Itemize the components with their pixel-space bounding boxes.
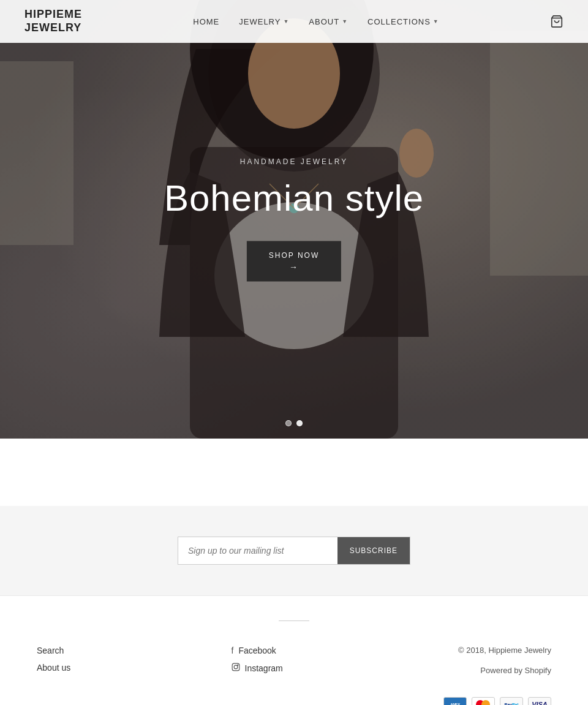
hero-content: HANDMADE JEWELRY Bohemian style SHOP NOW… bbox=[164, 157, 424, 282]
footer-instagram-link[interactable]: Instagram bbox=[232, 663, 283, 673]
svg-rect-14 bbox=[232, 663, 239, 671]
footer-about-link[interactable]: About us bbox=[37, 663, 70, 673]
shop-now-arrow-icon: → bbox=[269, 262, 319, 272]
jewelry-chevron-icon: ▼ bbox=[283, 18, 289, 25]
collections-chevron-icon: ▼ bbox=[433, 18, 439, 25]
site-header: HIPPIEME JEWELRY HOME JEWELRY ▼ ABOUT ▼ … bbox=[0, 0, 588, 43]
hero-section: HANDMADE JEWELRY Bohemian style SHOP NOW… bbox=[0, 0, 588, 439]
newsletter-form: SUBSCRIBE bbox=[178, 537, 410, 565]
svg-point-16 bbox=[237, 665, 238, 665]
site-footer: Search About us f Facebook Instagram bbox=[0, 595, 588, 705]
cart-icon bbox=[550, 15, 564, 28]
footer-divider bbox=[279, 620, 309, 621]
footer-columns: Search About us f Facebook Instagram bbox=[37, 646, 551, 705]
nav-home[interactable]: HOME bbox=[193, 17, 219, 26]
mastercard-icon bbox=[472, 697, 495, 705]
facebook-icon: f bbox=[232, 646, 234, 655]
nav-about[interactable]: ABOUT ▼ bbox=[309, 17, 348, 26]
footer-social-col: f Facebook Instagram bbox=[232, 646, 283, 673]
footer-links-col: Search About us bbox=[37, 646, 70, 673]
carousel-dots bbox=[285, 420, 303, 426]
spacer-section bbox=[0, 439, 588, 506]
cart-button[interactable] bbox=[550, 15, 564, 28]
footer-search-link[interactable]: Search bbox=[37, 646, 70, 655]
nav-collections[interactable]: COLLECTIONS ▼ bbox=[368, 17, 439, 26]
footer-right-col: © 2018, Hippieme Jewelry Powered by Shop… bbox=[443, 646, 551, 705]
paypal-icon: PayPal bbox=[500, 697, 523, 705]
svg-point-15 bbox=[234, 665, 238, 669]
carousel-dot-1[interactable] bbox=[285, 420, 292, 426]
site-logo[interactable]: HIPPIEME JEWELRY bbox=[24, 8, 82, 34]
nav-jewelry[interactable]: JEWELRY ▼ bbox=[239, 17, 289, 26]
instagram-icon bbox=[232, 663, 240, 673]
subscribe-button[interactable]: SUBSCRIBE bbox=[337, 537, 410, 564]
newsletter-input[interactable] bbox=[178, 537, 337, 564]
carousel-dot-2[interactable] bbox=[296, 420, 303, 426]
shop-now-button[interactable]: SHOP NOW → bbox=[247, 241, 341, 282]
visa-icon: VISA bbox=[528, 697, 551, 705]
amex-icon: AMEX bbox=[443, 697, 467, 705]
hero-subtitle: HANDMADE JEWELRY bbox=[164, 157, 424, 166]
copyright-text: © 2018, Hippieme Jewelry bbox=[443, 646, 551, 655]
footer-facebook-link[interactable]: f Facebook bbox=[232, 646, 283, 655]
about-chevron-icon: ▼ bbox=[342, 18, 348, 25]
payment-icons: AMEX PayPal VISA bbox=[443, 697, 551, 705]
newsletter-section: SUBSCRIBE bbox=[0, 506, 588, 595]
powered-by-text: Powered by Shopify bbox=[443, 666, 551, 675]
main-nav: HOME JEWELRY ▼ ABOUT ▼ COLLECTIONS ▼ bbox=[193, 17, 439, 26]
hero-title: Bohemian style bbox=[164, 177, 424, 219]
